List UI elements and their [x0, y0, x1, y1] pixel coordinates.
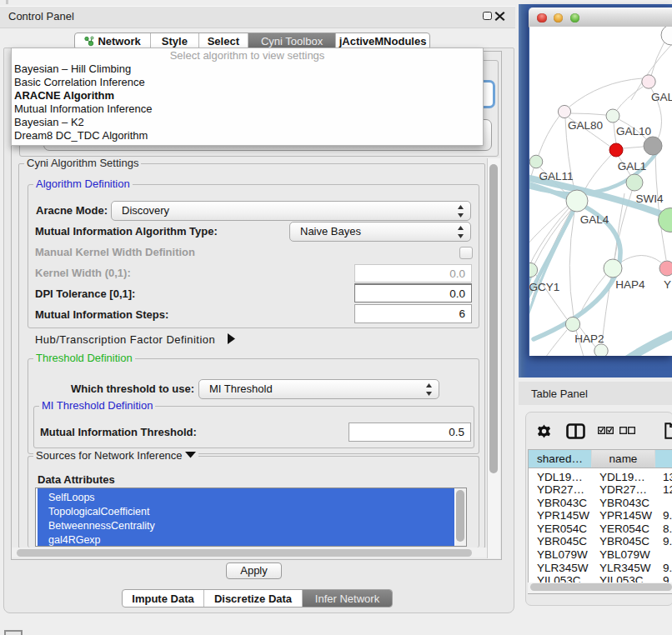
svg-text:HAP4: HAP4	[615, 278, 645, 291]
svg-text:GCY1: GCY1	[529, 281, 559, 293]
svg-text:GAL80: GAL80	[568, 119, 603, 132]
svg-text:SWI4: SWI4	[635, 192, 663, 205]
svg-text:GAL1: GAL1	[618, 160, 647, 172]
svg-text:GAL11: GAL11	[539, 170, 573, 182]
svg-text:HAP2: HAP2	[574, 332, 604, 345]
svg-text:GAL7: GAL7	[651, 91, 672, 103]
svg-text:GAL10: GAL10	[616, 125, 651, 138]
svg-text:GAL4: GAL4	[580, 213, 609, 226]
svg-text:Y: Y	[664, 278, 671, 291]
